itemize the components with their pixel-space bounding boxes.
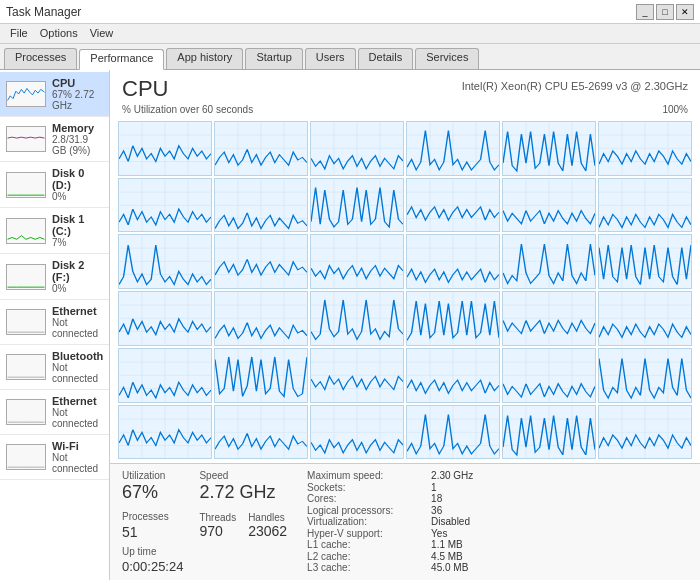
detail-value: 45.0 MB: [431, 562, 511, 574]
ethernet1-mini-graph: [6, 309, 46, 335]
cpu-cell-33: [406, 405, 500, 460]
detail-label: Sockets:: [307, 482, 427, 494]
tabs-bar: Processes Performance App history Startu…: [0, 44, 700, 70]
window-title: Task Manager: [6, 5, 81, 19]
cpu-value: 67% 2.72 GHz: [52, 89, 103, 111]
tab-startup[interactable]: Startup: [245, 48, 302, 69]
disk2-info: Disk 2 (F:) 0%: [52, 259, 103, 294]
detail-label: Maximum speed:: [307, 470, 427, 482]
sidebar-item-disk1[interactable]: Disk 1 (C:) 7%: [0, 208, 109, 254]
cpu-cell-17: [598, 234, 692, 289]
tab-users[interactable]: Users: [305, 48, 356, 69]
disk2-mini-graph: [6, 264, 46, 290]
cpu-cell-14: [310, 234, 404, 289]
disk0-value: 0%: [52, 191, 103, 202]
disk0-label: Disk 0 (D:): [52, 167, 103, 191]
ethernet1-info: Ethernet Not connected: [52, 305, 103, 339]
minimize-button[interactable]: _: [636, 4, 654, 20]
utilization-stat: Utilization 67% Processes 51 Up time 0:0…: [122, 470, 183, 574]
bluetooth-mini-graph: [6, 354, 46, 380]
memory-label: Memory: [52, 122, 103, 134]
cpu-cell-13: [214, 234, 308, 289]
disk1-mini-graph: [6, 218, 46, 244]
cpu-cell-27: [406, 348, 500, 403]
tab-services[interactable]: Services: [415, 48, 479, 69]
cpu-cell-34: [502, 405, 596, 460]
tab-details[interactable]: Details: [358, 48, 414, 69]
cpu-cell-15: [406, 234, 500, 289]
sidebar-item-bluetooth[interactable]: Bluetooth Not connected: [0, 345, 109, 390]
ethernet2-mini-graph: [6, 399, 46, 425]
utilization-stat-label: Utilization: [122, 470, 183, 481]
cpu-cell-9: [406, 178, 500, 233]
cpu-mini-graph: [6, 81, 46, 107]
tab-performance[interactable]: Performance: [79, 49, 164, 70]
sidebar-item-disk0[interactable]: Disk 0 (D:) 0%: [0, 162, 109, 208]
cpu-cell-10: [502, 178, 596, 233]
ethernet1-value: Not connected: [52, 317, 103, 339]
sidebar-item-cpu[interactable]: CPU 67% 2.72 GHz: [0, 72, 109, 117]
handles-stat-value: 23062: [248, 523, 287, 539]
cpu-cell-0: [118, 121, 212, 176]
threads-stat-value: 970: [199, 523, 236, 539]
cpu-cell-31: [214, 405, 308, 460]
cpu-cell-5: [598, 121, 692, 176]
cpu-cell-6: [118, 178, 212, 233]
detail-value: 4.5 MB: [431, 551, 511, 563]
utilization-stat-value: 67%: [122, 483, 183, 503]
title-bar: Task Manager _ □ ✕: [0, 0, 700, 24]
speed-stat-label: Speed: [199, 470, 287, 481]
cpu-cell-16: [502, 234, 596, 289]
menu-options[interactable]: Options: [34, 26, 84, 41]
window-controls: _ □ ✕: [636, 4, 694, 20]
speed-stat: Speed 2.72 GHz Threads 970 Handles 23062: [199, 470, 287, 539]
cpu-cell-26: [310, 348, 404, 403]
cpu-label: CPU: [52, 77, 103, 89]
memory-value: 2.8/31.9 GB (9%): [52, 134, 103, 156]
memory-info: Memory 2.8/31.9 GB (9%): [52, 122, 103, 156]
cpu-cell-2: [310, 121, 404, 176]
sidebar-item-disk2[interactable]: Disk 2 (F:) 0%: [0, 254, 109, 300]
handles-stat-label: Handles: [248, 512, 285, 523]
processes-stat-label: Processes: [122, 511, 183, 522]
utilization-label: % Utilization over 60 seconds: [122, 104, 253, 115]
detail-label: L2 cache:: [307, 551, 427, 563]
tab-app-history[interactable]: App history: [166, 48, 243, 69]
sidebar-item-wifi[interactable]: Wi-Fi Not connected: [0, 435, 109, 480]
cpu-info: CPU 67% 2.72 GHz: [52, 77, 103, 111]
cpu-cell-1: [214, 121, 308, 176]
percent-max-label: 100%: [662, 104, 688, 115]
processes-stat-value: 51: [122, 524, 183, 540]
sidebar: CPU 67% 2.72 GHz Memory 2.8/31.9 GB (9%)…: [0, 70, 110, 580]
cpu-cell-20: [310, 291, 404, 346]
disk1-label: Disk 1 (C:): [52, 213, 103, 237]
wifi-label: Wi-Fi: [52, 440, 103, 452]
disk2-value: 0%: [52, 283, 103, 294]
close-button[interactable]: ✕: [676, 4, 694, 20]
sidebar-item-ethernet1[interactable]: Ethernet Not connected: [0, 300, 109, 345]
uptime-stat-value: 0:00:25:24: [122, 559, 183, 574]
tab-processes[interactable]: Processes: [4, 48, 77, 69]
detail-label: Hyper-V support:: [307, 528, 427, 540]
maximize-button[interactable]: □: [656, 4, 674, 20]
sidebar-item-memory[interactable]: Memory 2.8/31.9 GB (9%): [0, 117, 109, 162]
detail-label: Cores:: [307, 493, 427, 505]
menu-file[interactable]: File: [4, 26, 34, 41]
menu-bar: File Options View: [0, 24, 700, 44]
sidebar-item-ethernet2[interactable]: Ethernet Not connected: [0, 390, 109, 435]
speed-stat-value: 2.72 GHz: [199, 483, 287, 503]
stats-bar: Utilization 67% Processes 51 Up time 0:0…: [110, 463, 700, 580]
detail-grid: Maximum speed:2.30 GHzSockets:1Cores:18L…: [307, 470, 511, 574]
bluetooth-label: Bluetooth: [52, 350, 103, 362]
cpu-cell-22: [502, 291, 596, 346]
detail-label: Logical processors:: [307, 505, 427, 517]
main-title: CPU: [122, 76, 168, 102]
detail-value: Disabled: [431, 516, 511, 528]
ethernet2-info: Ethernet Not connected: [52, 395, 103, 429]
cpu-cell-3: [406, 121, 500, 176]
detail-label: Virtualization:: [307, 516, 427, 528]
menu-view[interactable]: View: [84, 26, 120, 41]
disk0-info: Disk 0 (D:) 0%: [52, 167, 103, 202]
cpu-cell-23: [598, 291, 692, 346]
cpu-cell-8: [310, 178, 404, 233]
